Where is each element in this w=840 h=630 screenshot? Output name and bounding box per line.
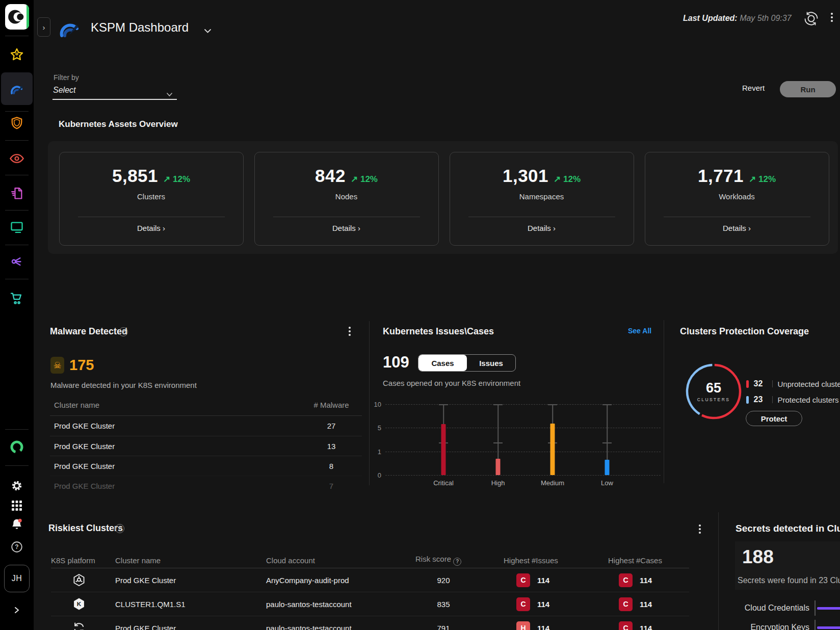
malware-table-row[interactable]: Prod GKE Cluster 13 [50, 436, 362, 456]
malware-table-header: Cluster name # Malware [50, 401, 362, 416]
tab-issues[interactable]: Issues [467, 355, 515, 371]
malware-table-row[interactable]: Prod GKE Cluster 8 [50, 456, 362, 476]
sidebar-item-share-network-icon[interactable] [9, 254, 24, 269]
sidebar-item-ring-icon[interactable] [9, 439, 24, 455]
riskiest-row-cluster: Prod GKE Cluster [115, 624, 266, 630]
select-chevron-down-icon[interactable] [166, 90, 173, 99]
sidebar-item-document-icon[interactable] [9, 186, 24, 201]
logo-accent-stripe [27, 4, 29, 30]
sidebar-expand-chevron-icon[interactable] [9, 602, 24, 618]
secrets-bar [817, 607, 840, 610]
coverage-total-label: CLUSTERS [684, 397, 743, 402]
range-cap [439, 404, 448, 405]
asset-card-label: Workloads [645, 192, 829, 201]
tab-cases[interactable]: Cases [418, 355, 467, 371]
dashboard-gauge-icon [58, 18, 81, 41]
secrets-chart-row[interactable]: Encryption Keys [736, 620, 840, 630]
last-updated-label: Last Updated: [683, 14, 738, 22]
asset-card-delta: ↗ 12% [351, 174, 378, 185]
riskiest-help-icon[interactable]: ? [115, 524, 124, 533]
sidebar-item-monitor-icon[interactable] [9, 220, 24, 235]
secrets-count: 188 [742, 546, 774, 568]
issues-count: 114 [537, 600, 549, 609]
run-button[interactable]: Run [780, 81, 836, 97]
riskiest-table-row[interactable]: Prod GKE Cluster paulo-santos-testaccoun… [51, 616, 689, 630]
details-link[interactable]: Details › [60, 224, 243, 232]
malware-col-count: # Malware [301, 401, 362, 409]
malware-kebab-menu-icon[interactable] [349, 327, 351, 336]
malware-row-cluster: Prod GKE Cluster [54, 462, 115, 470]
chart-ytick-label: 1 [364, 448, 381, 455]
riskiest-row-account: paulo-santos-testaccount [266, 600, 415, 609]
sidebar-item-dashboard-gauge-icon[interactable] [9, 81, 24, 96]
sidebar-item-eye-icon[interactable] [9, 151, 24, 166]
chart-gridline [385, 428, 661, 428]
riskiest-row-cases: C 114 [608, 597, 689, 611]
title-chevron-down-icon[interactable] [204, 27, 212, 36]
cases-count: 114 [640, 624, 652, 630]
panel-divider [718, 512, 719, 630]
severity-badge: C [516, 597, 530, 611]
malware-table-row[interactable]: Prod GKE Cluster 27 [50, 416, 362, 436]
asset-card-label: Namespaces [450, 192, 634, 201]
range-cap [548, 404, 557, 405]
riskiest-col-1: Cluster name [115, 556, 266, 565]
malware-row-cluster: Prod GKE Cluster [54, 442, 115, 451]
sidebar-item-shield-icon[interactable] [9, 116, 24, 132]
chevron-right-icon: › [358, 224, 360, 232]
chevron-right-icon: › [748, 224, 751, 232]
sidebar-item-gear-icon[interactable] [9, 478, 24, 493]
malware-col-cluster: Cluster name [54, 401, 99, 409]
legend-separator [772, 380, 773, 387]
header-kebab-menu-icon[interactable] [831, 13, 833, 22]
severity-bar [496, 459, 501, 475]
chevron-right-icon: › [163, 224, 165, 232]
riskiest-table-row[interactable]: K CLUSTER1.QM1.S1 paulo-santos-testaccou… [51, 592, 689, 616]
details-link[interactable]: Details › [645, 224, 829, 232]
app-logo[interactable] [5, 4, 29, 30]
riskiest-table-row[interactable]: Prod GKE Cluster AnyCompany-audit-prod 9… [51, 568, 689, 592]
sidebar-divider [5, 36, 29, 36]
revert-button[interactable]: Revert [738, 82, 769, 94]
secrets-panel-title: Secrets detected in Clusters [736, 523, 840, 534]
refresh-icon[interactable] [803, 10, 820, 29]
secrets-category-label: Cloud Credentials [736, 603, 809, 613]
asset-card-label: Clusters [60, 192, 243, 201]
issues-cases-panel-title: Kubernetes Issues\Cases [383, 326, 494, 337]
malware-help-icon[interactable]: ? [119, 327, 128, 336]
sidebar-item-cart-icon[interactable] [9, 291, 24, 306]
donut-center: 65 CLUSTERS [684, 380, 743, 402]
avatar[interactable]: JH [4, 565, 30, 592]
details-link[interactable]: Details › [255, 224, 438, 232]
malware-table: Cluster name # Malware Prod GKE Cluster … [50, 401, 362, 495]
sidebar-divider [5, 245, 29, 245]
malware-table-row[interactable]: Prod GKE Cluster 7 [50, 476, 362, 495]
cases-description: Cases opened on your K8S environment [383, 379, 520, 387]
collapse-panel-button[interactable]: › [37, 17, 50, 37]
asset-card-value: 1,301 [503, 166, 548, 186]
sidebar-item-apps-grid-icon[interactable] [9, 498, 24, 513]
riskiest-row-account: paulo-santos-testaccount [266, 624, 415, 630]
sidebar-item-help-icon[interactable]: ? [9, 539, 24, 555]
malware-row-count: 7 [301, 482, 362, 490]
sidebar-divider [5, 279, 29, 279]
gke-hexagon-icon [51, 573, 115, 587]
secrets-chart-row[interactable]: Cloud Credentials [736, 600, 840, 616]
see-all-link[interactable]: See All [628, 327, 651, 335]
sidebar-divider [5, 429, 29, 430]
range-marker [493, 442, 503, 443]
sidebar-item-bell-icon[interactable] [9, 517, 24, 532]
filter-select-dropdown[interactable]: Select [53, 86, 75, 95]
sidebar-divider [5, 140, 29, 141]
risk-score-help-icon[interactable]: ? [453, 558, 461, 566]
details-link[interactable]: Details › [450, 224, 634, 232]
severity-badge: H [516, 621, 530, 630]
chart-category-label: Low [587, 479, 627, 487]
protect-button[interactable]: Protect [746, 411, 802, 426]
chart-gridline [385, 452, 661, 452]
secrets-axis-tick [815, 620, 816, 630]
sidebar-item-star-icon[interactable] [9, 47, 24, 62]
riskiest-kebab-menu-icon[interactable] [699, 524, 701, 534]
malware-row-count: 27 [301, 422, 362, 430]
card-divider [78, 217, 225, 217]
